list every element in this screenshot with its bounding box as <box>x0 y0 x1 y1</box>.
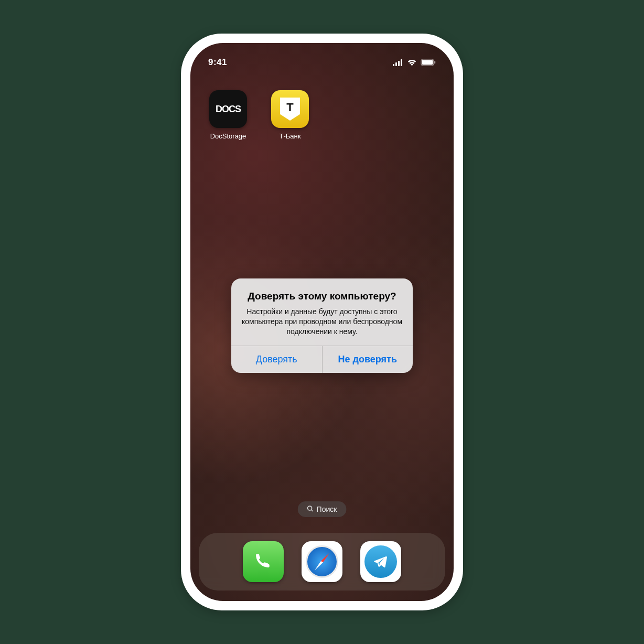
dont-trust-button[interactable]: Не доверять <box>322 346 413 373</box>
status-time: 9:41 <box>208 57 227 68</box>
svg-rect-0 <box>393 64 394 66</box>
dock <box>199 533 445 591</box>
wifi-icon <box>407 59 417 66</box>
dock-app-phone[interactable] <box>243 541 284 582</box>
status-bar: 9:41 <box>190 43 454 72</box>
svg-rect-5 <box>422 60 433 65</box>
svg-point-7 <box>308 506 312 510</box>
spotlight-search[interactable]: Поиск <box>298 501 347 517</box>
alert-title: Доверять этому компьютеру? <box>241 290 403 303</box>
svg-rect-2 <box>398 61 400 66</box>
screen: 9:41 DOCS DocStorage <box>190 43 454 601</box>
phone-icon <box>253 550 274 573</box>
dock-app-telegram[interactable] <box>360 541 401 582</box>
telegram-icon <box>364 545 397 578</box>
trust-button[interactable]: Доверять <box>231 346 322 373</box>
status-indicators <box>393 59 436 66</box>
svg-line-8 <box>312 510 313 511</box>
alert-message: Настройки и данные будут доступны с этог… <box>241 307 403 337</box>
svg-rect-6 <box>434 61 435 64</box>
device-frame: 9:41 DOCS DocStorage <box>181 34 463 610</box>
dock-app-safari[interactable] <box>302 541 342 582</box>
search-icon <box>307 505 314 513</box>
cellular-icon <box>393 59 403 66</box>
alert-body: Доверять этому компьютеру? Настройки и д… <box>231 278 413 346</box>
trust-alert: Доверять этому компьютеру? Настройки и д… <box>231 278 413 373</box>
svg-rect-1 <box>395 62 397 66</box>
safari-icon <box>306 545 338 578</box>
search-label: Поиск <box>317 505 337 513</box>
battery-icon <box>421 59 436 66</box>
alert-actions: Доверять Не доверять <box>231 346 413 373</box>
svg-rect-3 <box>401 59 402 66</box>
